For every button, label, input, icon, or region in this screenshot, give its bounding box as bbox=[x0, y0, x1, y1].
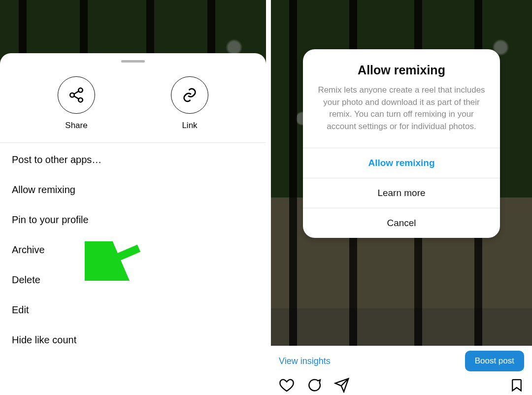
menu-hide-like-count[interactable]: Hide like count bbox=[0, 325, 266, 355]
link-action[interactable]: Link bbox=[158, 76, 222, 131]
svg-point-1 bbox=[70, 93, 74, 98]
menu-delete[interactable]: Delete bbox=[0, 265, 266, 295]
link-button[interactable] bbox=[171, 76, 208, 114]
send-icon[interactable] bbox=[334, 377, 350, 393]
comment-icon[interactable] bbox=[306, 377, 322, 393]
link-icon bbox=[181, 87, 198, 103]
svg-line-3 bbox=[74, 91, 79, 94]
share-button[interactable] bbox=[58, 76, 95, 114]
boost-post-button[interactable]: Boost post bbox=[465, 351, 524, 371]
menu-post-other-apps[interactable]: Post to other apps… bbox=[0, 145, 266, 175]
sheet-action-row: Share Link bbox=[0, 63, 266, 142]
menu-edit[interactable]: Edit bbox=[0, 295, 266, 325]
post-icon-row bbox=[279, 377, 524, 393]
post-action-bar: View insights Boost post bbox=[271, 346, 532, 395]
dialog-body: Remix lets anyone create a reel that inc… bbox=[317, 84, 486, 133]
dialog-learn-more-button[interactable]: Learn more bbox=[303, 178, 500, 208]
left-screenshot: Share Link Post to o bbox=[0, 0, 266, 395]
menu-pin-profile[interactable]: Pin to your profile bbox=[0, 205, 266, 235]
menu-allow-remixing[interactable]: Allow remixing bbox=[0, 175, 266, 205]
allow-remixing-dialog: Allow remixing Remix lets anyone create … bbox=[303, 49, 500, 238]
right-screenshot: View insights Boost post bbox=[271, 0, 532, 395]
svg-line-4 bbox=[74, 96, 79, 99]
panes-divider bbox=[266, 0, 271, 395]
menu-archive[interactable]: Archive bbox=[0, 235, 266, 265]
dialog-title: Allow remixing bbox=[313, 63, 490, 77]
share-action[interactable]: Share bbox=[44, 76, 108, 131]
like-icon[interactable] bbox=[279, 377, 295, 393]
link-label: Link bbox=[158, 121, 222, 131]
insights-row: View insights Boost post bbox=[279, 351, 524, 371]
options-bottom-sheet: Share Link Post to o bbox=[0, 53, 266, 395]
share-label: Share bbox=[44, 121, 108, 131]
dialog-cancel-button[interactable]: Cancel bbox=[303, 208, 500, 238]
sheet-menu: Post to other apps… Allow remixing Pin t… bbox=[0, 143, 266, 355]
svg-point-2 bbox=[78, 98, 83, 102]
dialog-allow-remixing-button[interactable]: Allow remixing bbox=[303, 148, 500, 178]
bookmark-icon[interactable] bbox=[509, 378, 524, 393]
svg-point-0 bbox=[78, 88, 83, 93]
share-icon bbox=[68, 87, 85, 103]
view-insights-link[interactable]: View insights bbox=[279, 356, 331, 366]
